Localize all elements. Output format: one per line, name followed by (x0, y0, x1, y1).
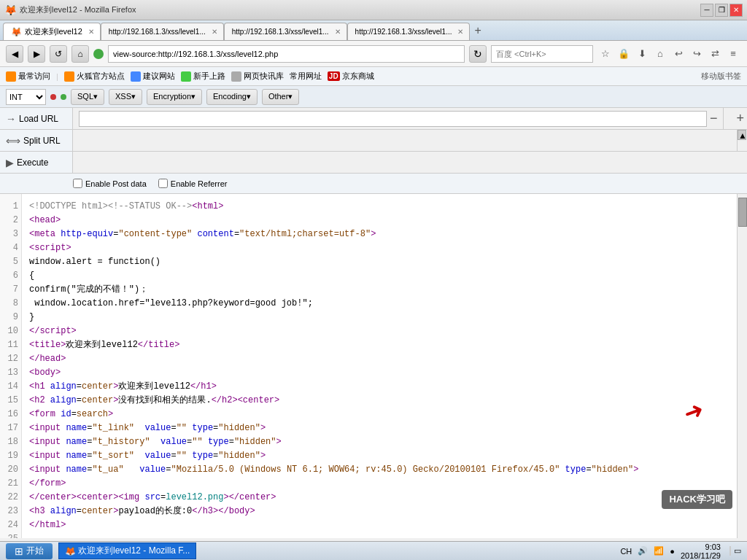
tab-xss1[interactable]: http://192.168.1.3/xss/level1... ✕ (101, 23, 224, 40)
new-tab-button[interactable]: + (470, 24, 485, 37)
refresh-icon[interactable]: ↻ (469, 45, 487, 63)
tab-close-icon[interactable]: ✕ (335, 28, 341, 36)
source-view: 12345 678910 1112131415 1617181920 21222… (0, 194, 747, 538)
back-button[interactable]: ◀ (6, 45, 23, 63)
bookmark-jd[interactable]: JD 京东商城 (328, 71, 374, 82)
tab-label: http://192.168.1.3/xss/level1... (232, 28, 329, 36)
source-line-25 (29, 532, 729, 538)
xss-menu[interactable]: XSS▾ (109, 89, 142, 105)
execute-label[interactable]: Execute (17, 158, 48, 168)
page-info-icon[interactable]: 🔒 (616, 46, 632, 62)
home-button[interactable]: ⌂ (71, 45, 89, 63)
network-icon[interactable]: 📶 (654, 546, 664, 556)
referrer-checkbox[interactable] (158, 179, 168, 188)
url-row: → Load URL − + (0, 108, 747, 130)
search-input[interactable] (491, 45, 593, 63)
source-code-area: <!DOCTYPE html><!--STATUS OK--><html> <h… (22, 194, 737, 538)
restore-button[interactable]: ❒ (715, 4, 728, 17)
scrollbar-thumb[interactable] (738, 198, 747, 227)
forward-arrow-icon[interactable]: ↪ (689, 46, 705, 62)
taskbar-browser-btn[interactable]: 🦊 欢迎来到level12 - Mozilla F... (58, 542, 196, 559)
tab-close-icon[interactable]: ✕ (457, 28, 463, 36)
browser-favicon: 🦊 (4, 4, 17, 16)
minimize-button[interactable]: ─ (700, 4, 713, 17)
address-bar: ◀ ▶ ↺ ⌂ ↻ ☆ 🔒 ⬇ ⌂ ↩ ↪ ⇄ ≡ (0, 41, 747, 67)
bookmark-icon-newsfeed (231, 71, 241, 82)
encryption-menu[interactable]: Encryption▾ (147, 89, 202, 105)
download-icon[interactable]: ⬇ (634, 46, 650, 62)
source-line-12: </head> (29, 352, 729, 366)
encoding-menu[interactable]: Encoding▾ (206, 89, 258, 105)
execute-row: ▶ Execute (0, 152, 747, 174)
referrer-label: Enable Referrer (171, 179, 228, 188)
url-text-input[interactable] (79, 111, 707, 127)
bookmark-common[interactable]: 常用网址 (290, 71, 322, 82)
bookmark-huhu[interactable]: 火狐官方站点 (64, 71, 125, 82)
scrollbar-up-arrow[interactable]: ▲ (738, 130, 746, 140)
split-url-row: ⟺ Split URL ▲ (0, 130, 747, 152)
start-button[interactable]: ⊞ 开始 (6, 543, 53, 559)
reload-button[interactable]: ↺ (50, 45, 67, 63)
back-arrow-icon[interactable]: ↩ (670, 46, 686, 62)
bookmark-zuichang[interactable]: 最常访问 (6, 71, 50, 82)
titlebar: 🦊 欢迎来到level12 - Mozilla Firefox ─ ❒ ✕ (0, 0, 747, 20)
bookmark-star-icon[interactable]: ☆ (597, 46, 614, 62)
load-url-icon: → (6, 113, 16, 125)
tab-level12[interactable]: 🦊 欢迎来到level12 ✕ (3, 23, 101, 40)
source-line-19: <input name="t_sort" value="" type="hidd… (29, 449, 729, 463)
window-controls[interactable]: ─ ❒ ✕ (700, 4, 743, 17)
mobile-bookmark[interactable]: 移动版书签 (701, 71, 741, 82)
load-url-area: → Load URL (0, 108, 73, 129)
jd-icon: JD (328, 71, 340, 81)
close-button[interactable]: ✕ (729, 4, 743, 17)
bookmark-page-icon[interactable]: ⌂ (652, 46, 668, 62)
source-line-4: <script> (29, 241, 729, 255)
post-data-checkbox[interactable] (73, 179, 82, 188)
encoding-select[interactable]: INT UTF-8 GBK (6, 89, 46, 105)
status-dot-red (50, 94, 56, 100)
sql-menu[interactable]: SQL▾ (71, 89, 104, 105)
other-menu[interactable]: Other▾ (262, 89, 300, 105)
tab-label: http://192.168.1.3/xss/level1... (355, 28, 452, 36)
tab-favicon: 🦊 (11, 27, 22, 37)
tab-close-icon[interactable]: ✕ (212, 28, 217, 36)
execute-area: ▶ Execute (0, 152, 73, 173)
sound-icon[interactable]: 🔊 (638, 546, 648, 556)
tab-xss2[interactable]: http://192.168.1.3/xss/level1... ✕ (224, 23, 347, 40)
tab-close-icon[interactable]: ✕ (88, 28, 94, 36)
source-line-16: <form id=search> (29, 408, 729, 421)
secure-icon (93, 49, 104, 59)
split-url-icon: ⟺ (6, 135, 20, 147)
windows-icon: ⊞ (15, 545, 23, 557)
address-input[interactable] (108, 45, 465, 63)
source-line-23: <h3 align=center>payload的长度:0</h3></body… (29, 505, 729, 518)
post-data-checkbox-label[interactable]: Enable Post data (73, 179, 147, 188)
main-area: → Load URL − + ⟺ Split URL ▲ ▶ Execute (0, 108, 747, 538)
lang-indicator: CH (620, 547, 632, 556)
load-url-label[interactable]: Load URL (19, 114, 58, 124)
vertical-scrollbar[interactable] (737, 194, 747, 538)
bookmark-newbie[interactable]: 新手上路 (181, 71, 225, 82)
bookmark-suggest[interactable]: 建议网站 (131, 71, 175, 82)
show-desktop-icon[interactable]: ▭ (729, 546, 741, 556)
tab-xss3[interactable]: http://192.168.1.3/xss/level1... ✕ (347, 23, 471, 40)
post-data-label: Enable Post data (85, 179, 147, 188)
source-line-11: <title>欢迎来到level12</title> (29, 338, 729, 352)
bookmarks-bar: 最常访问 | 火狐官方站点 建议网站 新手上路 网页快讯库 常用网址 JD 京东… (0, 67, 747, 86)
time-value: 9:03 (681, 542, 721, 551)
source-line-14: <h1 align=center>欢迎来到level12</h1> (29, 380, 729, 394)
line-numbers: 12345 678910 1112131415 1617181920 21222… (0, 194, 22, 538)
taskbar: ⊞ 开始 🦊 欢迎来到level12 - Mozilla F... CH 🔊 📶… (0, 541, 747, 560)
sync-icon[interactable]: ⇄ (707, 46, 723, 62)
url-minus-button[interactable]: − (710, 111, 718, 126)
referrer-checkbox-label[interactable]: Enable Referrer (158, 179, 228, 188)
source-line-6: { (29, 269, 729, 283)
menu-icon[interactable]: ≡ (725, 46, 741, 62)
forward-button[interactable]: ▶ (28, 45, 45, 63)
url-plus-button[interactable]: + (736, 111, 744, 126)
source-line-5: window.alert = function() (29, 255, 729, 269)
source-line-15: <h2 align=center>没有找到和相关的结果.</h2><center… (29, 394, 729, 408)
source-line-20: <input name="t_ua" value="Mozilla/5.0 (W… (29, 463, 729, 477)
bookmark-newsfeed[interactable]: 网页快讯库 (231, 71, 284, 82)
split-url-label[interactable]: Split URL (23, 136, 61, 146)
